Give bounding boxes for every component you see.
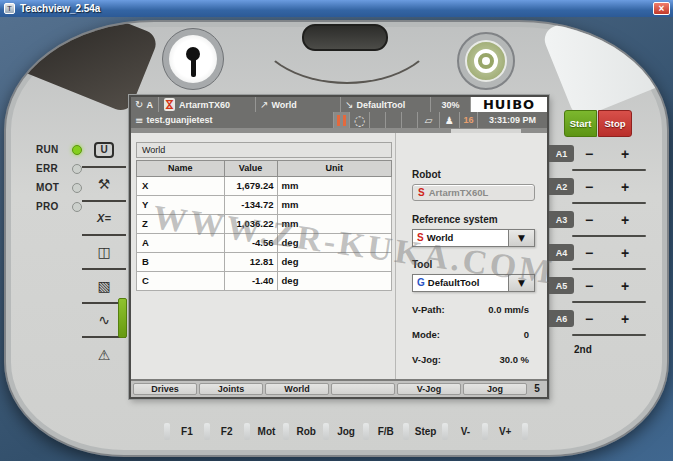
axis-tab-a3[interactable]: A3: [549, 211, 574, 228]
tab-vjog[interactable]: V-Jog: [397, 383, 461, 395]
axis-value: -134.72: [224, 195, 277, 214]
close-icon[interactable]: ×: [653, 2, 670, 15]
table-row[interactable]: B 12.81 deg: [137, 252, 392, 271]
fb-key[interactable]: F/B: [371, 426, 401, 437]
status-led-panel: RUN ERR MOT PRO: [36, 140, 82, 216]
table-row[interactable]: Z 1,036.22 mm: [137, 214, 392, 233]
vpath-value: 0.0 mm/s: [488, 304, 529, 329]
estop-ring-outer: [465, 40, 507, 82]
axis-unit: mm: [277, 214, 391, 233]
jog-minus-a4[interactable]: −: [574, 243, 604, 263]
led-row-pro: PRO: [36, 197, 82, 216]
v-minus-key[interactable]: V-: [450, 426, 480, 437]
start-button[interactable]: Start: [564, 110, 597, 137]
tool-dropdown[interactable]: G DefaultTool ▼: [412, 274, 535, 292]
status-bar: ↻ A ⋈ ArtarmTX60 ↗ World ↘ DefaultTool 3…: [131, 97, 547, 112]
program-cell[interactable]: ≡ test.guanjietest: [131, 112, 334, 127]
key-switch[interactable]: [162, 28, 224, 90]
refsys-icon: ↗: [260, 99, 268, 110]
tool-icon: ↘: [345, 99, 353, 110]
override-cell[interactable]: 30%: [431, 97, 471, 112]
stop-button[interactable]: Stop: [598, 110, 632, 137]
user-status-cell[interactable]: ♟: [440, 112, 460, 127]
axis-name: Z: [137, 214, 225, 233]
f1-key[interactable]: F1: [172, 426, 202, 437]
axis-tab-a2[interactable]: A2: [549, 178, 574, 195]
session-letter: A: [146, 100, 153, 110]
f2-key[interactable]: F2: [212, 426, 242, 437]
jog-separator: [572, 301, 646, 303]
table-row[interactable]: X 1,679.24 mm: [137, 176, 392, 195]
v-plus-key[interactable]: V+: [490, 426, 520, 437]
axis-tab-a5[interactable]: A5: [549, 277, 574, 294]
rob-key[interactable]: Rob: [291, 426, 321, 437]
tool-label: Tool: [412, 259, 535, 270]
table-row[interactable]: A -4.56 deg: [137, 233, 392, 252]
robot-status-cell[interactable]: ⋈ ArtarmTX60: [159, 97, 256, 112]
jog-plus-a1[interactable]: +: [610, 144, 640, 164]
disk-cell[interactable]: ▱: [418, 112, 440, 127]
jog-plus-a5[interactable]: +: [610, 276, 640, 296]
time-text: 3:31:09 PM: [489, 115, 536, 125]
jog-minus-a3[interactable]: −: [574, 210, 604, 230]
jog-plus-a6[interactable]: +: [610, 309, 640, 329]
wrench-icon: ⚒: [98, 176, 111, 192]
second-function-button[interactable]: 2nd: [574, 344, 592, 355]
jog-plus-a4[interactable]: +: [610, 243, 640, 263]
enabling-switch-indicator: [118, 298, 127, 338]
robot-name: ArtarmTX60: [179, 100, 230, 110]
axis-tab-a6[interactable]: A6: [549, 310, 574, 327]
robot-select-button[interactable]: S ArtarmTX60L: [412, 184, 535, 201]
message-count: 16: [464, 115, 474, 125]
tab-drives[interactable]: Drives: [133, 383, 197, 395]
function-key-row: F1 F2 Mot Rob Jog F/B Step V- V+: [162, 418, 530, 444]
table-row[interactable]: Y -134.72 mm: [137, 195, 392, 214]
vjog-row: V-Jog: 30.0 %: [412, 354, 535, 379]
jog-minus-a6[interactable]: −: [574, 309, 604, 329]
jog-minus-a1[interactable]: −: [574, 144, 604, 164]
variable-button[interactable]: X=: [82, 202, 126, 236]
setup-button[interactable]: ⚒: [82, 168, 126, 202]
window-select-button[interactable]: ◫: [82, 236, 126, 270]
refsys-dropdown[interactable]: S World ▼: [412, 229, 535, 247]
step-key[interactable]: Step: [411, 426, 441, 437]
pause-status-cell[interactable]: [334, 112, 350, 127]
axis-tab-a4[interactable]: A4: [549, 244, 574, 261]
fkey-separator: [522, 423, 528, 440]
tab-jog[interactable]: Jog: [463, 383, 527, 395]
fkey-separator: [442, 423, 448, 440]
jog-mode-cell[interactable]: ◌: [350, 112, 370, 127]
user-menu-button[interactable]: U: [82, 134, 126, 168]
fkey-separator: [363, 423, 369, 440]
screen-tab-bar: Drives Joints World V-Jog Jog 5: [131, 379, 547, 397]
axis-unit: deg: [277, 233, 391, 252]
robot-label: Robot: [412, 169, 535, 180]
axis-tab-a1[interactable]: A1: [549, 145, 574, 162]
message-button[interactable]: ⚠: [82, 338, 126, 372]
jog-minus-a5[interactable]: −: [574, 276, 604, 296]
emergency-stop-button[interactable]: [457, 32, 515, 90]
axis-unit: mm: [277, 195, 391, 214]
tab-blank[interactable]: [331, 383, 395, 395]
tab-world[interactable]: World: [265, 383, 329, 395]
mot-key[interactable]: Mot: [252, 426, 282, 437]
program-bar: ≡ test.guanjietest ◌ ▱ ♟ 16 3:31:09 PM: [131, 112, 547, 127]
tool-status-cell[interactable]: ↘ DefaultTool: [341, 97, 431, 112]
jog-plus-a3[interactable]: +: [610, 210, 640, 230]
jog-separator: [572, 334, 646, 336]
message-count-badge[interactable]: 16: [460, 112, 478, 127]
jog-plus-a2[interactable]: +: [610, 177, 640, 197]
jog-minus-a2[interactable]: −: [574, 177, 604, 197]
coordinates-table: Name Value Unit X 1,679.24 mm Y -134.72 …: [136, 160, 392, 291]
chevron-down-icon: ▼: [508, 230, 534, 246]
tab-joints[interactable]: Joints: [199, 383, 263, 395]
status-slot-1: [370, 112, 386, 127]
vpath-label: V-Path:: [412, 304, 445, 329]
session-icon: ↻: [135, 99, 143, 110]
table-row[interactable]: C -1.40 deg: [137, 271, 392, 290]
session-cell[interactable]: ↻ A: [131, 97, 159, 112]
axis-value: 1,036.22: [224, 214, 277, 233]
jog-key[interactable]: Jog: [331, 426, 361, 437]
refsys-status-cell[interactable]: ↗ World: [256, 97, 341, 112]
axis-name: A: [137, 233, 225, 252]
